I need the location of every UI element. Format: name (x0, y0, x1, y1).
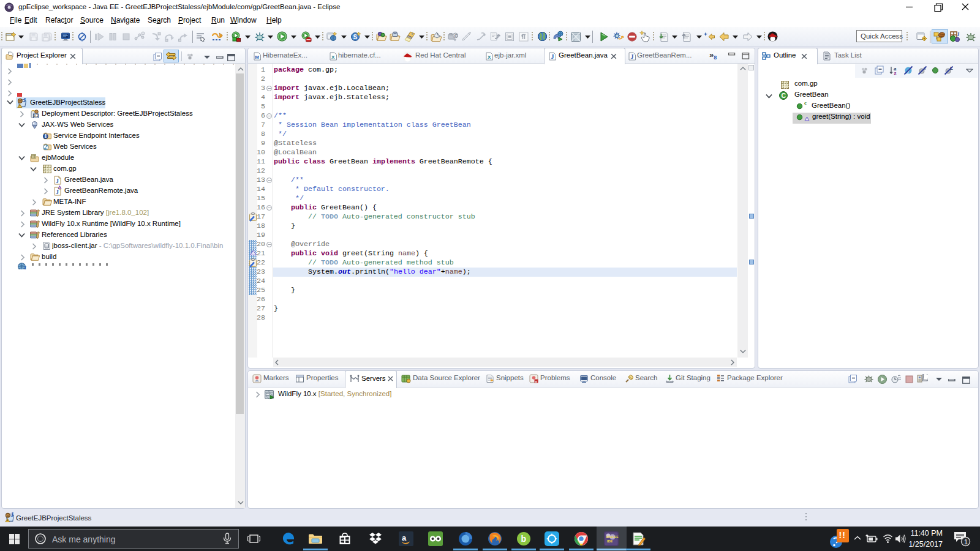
svg-text:X: X (331, 54, 335, 60)
svg-text:1: 1 (964, 538, 968, 545)
svg-text:b: b (521, 534, 527, 544)
svg-text:IDE: IDE (607, 539, 613, 543)
svg-text:a: a (402, 533, 407, 542)
svg-text:C: C (782, 92, 786, 99)
svg-text:C: C (454, 33, 458, 39)
svg-text:J: J (957, 31, 960, 37)
svg-text:J: J (631, 53, 634, 60)
svg-text:JAVA EE: JAVA EE (606, 535, 619, 539)
svg-text:S: S (353, 34, 358, 40)
svg-text:z: z (894, 70, 897, 75)
svg-text:J: J (551, 53, 554, 60)
svg-text:X: X (488, 54, 491, 60)
svg-text:M: M (255, 54, 259, 60)
